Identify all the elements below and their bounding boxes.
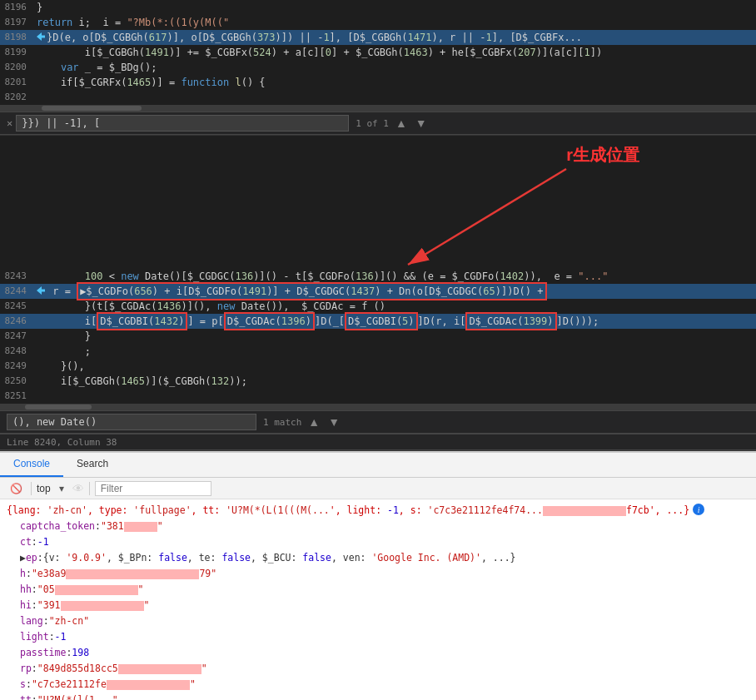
console-line-light: light: -1 [0, 629, 756, 645]
line-number: 8249 [0, 359, 37, 374]
code-text: return i; i = "?Mb(*:((1(y(M((" [37, 15, 229, 30]
top-dropdown-btn[interactable]: ▾ [56, 481, 67, 496]
line-number: 8197 [0, 15, 37, 30]
val-hi: "391" [37, 598, 150, 613]
key-lang: lang [20, 614, 43, 628]
search-next-btn-2[interactable]: ▼ [325, 414, 343, 430]
code-line-8197: 8197 return i; i = "?Mb(*:((1(y(M((" [0, 15, 756, 30]
console-object-text: {lang: 'zh-cn', type: 'fullpage', tt: 'U… [7, 504, 689, 518]
key-light: light [20, 630, 49, 644]
horizontal-scrollbar-2[interactable] [0, 404, 756, 410]
code-line-8248: 8248 ; [0, 344, 756, 359]
line-number: 8201 [0, 75, 37, 90]
line-number: 8250 [0, 374, 37, 389]
console-tabs: Console Search [0, 453, 756, 478]
tab-console[interactable]: Console [0, 453, 63, 477]
code-area-1: 8196 } 8197 return i; i = "?Mb(*:((1(y(M… [0, 0, 756, 112]
val-tt: "U?M(*(l(1..." [37, 693, 118, 700]
code-line-8249: 8249 }(), [0, 359, 756, 374]
code-line-8196: 8196 } [0, 0, 756, 15]
line-number: 8244 [0, 284, 37, 299]
line-number: 8196 [0, 0, 37, 15]
val-h: "e38a979" [32, 567, 216, 581]
search-input-2[interactable] [7, 414, 256, 430]
search-nav: ▲ ▼ [392, 115, 430, 132]
search-prev-btn[interactable]: ▲ [392, 115, 410, 132]
status-text: Line 8240, Column 38 [7, 437, 117, 448]
search-close-icon[interactable]: ✕ [7, 117, 12, 129]
code-line-8201: 8201 if[$_CGRFx(1465)] = function l() { [0, 75, 756, 90]
annotation-svg [0, 136, 756, 285]
console-line-rp: rp: "849d855d18cc5" [0, 661, 756, 677]
key-h: h [20, 567, 26, 581]
key-hh: hh [20, 583, 32, 597]
line-number: 8243 [0, 269, 37, 284]
editor-section-2: 8243 100 < new Date()[$_CGDGC(136)]() - … [0, 269, 756, 451]
console-line-hi: hi: "391" [0, 598, 756, 613]
line-number: 8198 [0, 30, 37, 45]
eye-icon[interactable]: 👁 [72, 482, 84, 495]
code-text: r = ▶$_CGDFo(656) + i[D$_CGDFo(1491)] + … [37, 282, 547, 300]
code-line-8202: 8202 [0, 90, 756, 105]
code-line-8250: 8250 i[$_CGBGh(1465)]($_CGBGh(132)); [0, 374, 756, 389]
status-bar: Line 8240, Column 38 [0, 434, 756, 450]
code-text: }D(e, o[D$_CGBGh(617)], o[D$_CGBGh(373)]… [37, 30, 582, 45]
red-outline-1: D$_CGDBI(1432) [97, 312, 187, 330]
top-label: top [37, 483, 51, 494]
clear-console-btn[interactable]: 🚫 [7, 481, 26, 496]
console-line-s: s: "c7c3e21112fe" [0, 677, 756, 693]
line-number: 8202 [0, 90, 37, 105]
search-count-2: 1 match [263, 417, 301, 428]
search-bar-2: 1 match ▲ ▼ [0, 410, 756, 434]
code-line-8200: 8200 var _ = $_BDg(); [0, 60, 756, 75]
search-next-btn[interactable]: ▼ [412, 115, 430, 132]
editor-section-1: 8196 } 8197 return i; i = "?Mb(*:((1(y(M… [0, 0, 756, 136]
search-nav-2: ▲ ▼ [305, 414, 343, 430]
red-outline-2: D$_CGDAc(1396) [224, 312, 315, 330]
expand-ep[interactable]: ▶ [20, 551, 26, 565]
filter-input[interactable] [95, 481, 211, 496]
val-rp: "849d855d18cc5" [37, 662, 207, 676]
scrollbar-thumb-2[interactable] [25, 405, 92, 410]
code-text: } [37, 0, 42, 15]
val-ep: {v: '9.0.9', $_BPn: false, te: false, $_… [43, 551, 516, 565]
console-line-ct: ct: -1 [0, 534, 756, 550]
console-line-object: {lang: 'zh-cn', type: 'fullpage', tt: 'U… [0, 503, 756, 519]
val-lang: "zh-cn" [49, 614, 89, 628]
console-line-lang: lang: "zh-cn" [0, 613, 756, 629]
horizontal-scrollbar[interactable] [0, 105, 756, 112]
key-rp: rp [20, 662, 32, 676]
line-number: 8247 [0, 329, 37, 344]
scrollbar-thumb[interactable] [42, 106, 142, 111]
line-number: 8251 [0, 389, 37, 404]
code-line-8198: 8198 }D(e, o[D$_CGBGh(617)], o[D$_CGBGh(… [0, 30, 756, 45]
key-ep: ep [26, 551, 37, 565]
annotation-label: r生成位置 [566, 144, 639, 166]
code-area-2: 8243 100 < new Date()[$_CGDGC(136)]() - … [0, 269, 756, 410]
annotation-area: r生成位置 [0, 136, 756, 285]
line-number: 8248 [0, 344, 37, 359]
console-line-tt: tt: "U?M(*(l(1..." [0, 693, 756, 700]
val-s: "c7c3e21112fe" [32, 678, 196, 692]
code-text: ; [37, 344, 91, 359]
code-line-8246: 8246 i[D$_CGDBI(1432)] = p[D$_CGDAc(1396… [0, 314, 756, 329]
val-passtime: 198 [72, 646, 89, 660]
val-light: -1 [55, 630, 67, 644]
search-count-1: 1 of 1 [356, 118, 389, 129]
line-number: 8246 [0, 314, 37, 329]
tab-search[interactable]: Search [63, 453, 122, 477]
code-text: } [37, 329, 91, 344]
code-text: var _ = $_BDg(); [37, 60, 157, 75]
code-text: i[D$_CGDBI(1432)] = p[D$_CGDAc(1396)]D(_… [37, 312, 599, 330]
key-s: s [20, 678, 26, 692]
console-content: {lang: 'zh-cn', type: 'fullpage', tt: 'U… [0, 499, 756, 700]
search-input-1[interactable] [16, 115, 349, 132]
console-section: Console Search 🚫 top ▾ 👁 {lang: 'zh-cn',… [0, 451, 756, 700]
search-prev-btn-2[interactable]: ▲ [305, 414, 323, 430]
tab-search-label: Search [77, 458, 108, 469]
arrow-indicator-2 [37, 286, 45, 295]
code-text: i[$_CGBGh(1465)]($_CGBGh(132)); [37, 374, 247, 389]
code-line-8247: 8247 } [0, 329, 756, 344]
key-passtime: passtime [20, 646, 66, 660]
console-line-ep: ▶ ep: {v: '9.0.9', $_BPn: false, te: fal… [0, 550, 756, 566]
